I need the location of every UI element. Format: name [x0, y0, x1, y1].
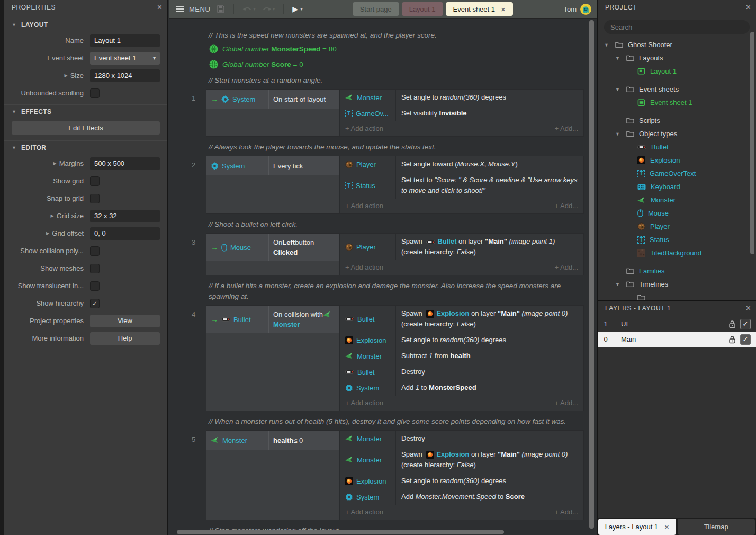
condition-text[interactable]: Every tick	[268, 156, 339, 175]
action-text[interactable]: Add Monster.Movement.Speed to Score	[395, 489, 583, 505]
show-collision-poly-checkbox[interactable]	[90, 246, 100, 256]
grid-offset-input[interactable]	[90, 227, 160, 240]
event-comment[interactable]: // Shoot a bullet on left click.	[209, 219, 583, 230]
show-translucent-in-checkbox[interactable]	[90, 281, 100, 291]
project-vertical-scrollbar[interactable]	[750, 32, 754, 254]
action-object[interactable]: Bullet	[340, 306, 395, 332]
action-object[interactable]: Monster	[340, 90, 395, 105]
action-text[interactable]: Spawn Explosion on layer "Main" (image p…	[395, 306, 583, 332]
add-action-button[interactable]: + Add action	[345, 263, 383, 271]
project-tree-item-layout-1[interactable]: Layout 1	[598, 65, 756, 78]
add-button[interactable]: + Add...	[555, 399, 578, 407]
project-tree-item-monster[interactable]: Monster	[598, 193, 756, 207]
project-tree-item-bullet[interactable]: Bullet	[598, 140, 756, 154]
action-text[interactable]: Subtract 1 from health	[395, 348, 583, 364]
project-tree-item-families[interactable]: Families	[598, 264, 756, 278]
lock-icon[interactable]	[728, 320, 736, 328]
event-condition[interactable]: →BulletOn collision with Monster	[206, 306, 339, 333]
expander-icon[interactable]: ▶	[51, 213, 54, 218]
action-object[interactable]: Explosion	[340, 473, 395, 489]
section-layout[interactable]: ▼LAYOUT	[4, 18, 167, 32]
add-action-button[interactable]: + Add action	[345, 508, 383, 516]
add-action-button[interactable]: + Add action	[345, 124, 383, 132]
action-object[interactable]: TGameOv...	[340, 105, 395, 121]
show-hierarchy-checkbox[interactable]: ✓	[90, 299, 100, 308]
global-variable[interactable]: Global number Score = 0	[209, 60, 597, 69]
expander-icon[interactable]: ▶	[65, 73, 68, 78]
project-tree-item-gameovertext[interactable]: TGameOverText	[598, 167, 756, 180]
action-object[interactable]: Explosion	[340, 332, 395, 348]
action-text[interactable]: Destroy	[395, 364, 583, 380]
tab-layout-1[interactable]: Layout 1	[402, 2, 443, 16]
action-object[interactable]: Player	[340, 156, 395, 172]
event-sheet-vertical-scrollbar[interactable]	[589, 20, 594, 529]
project-tree-item-keyboard[interactable]: Keyboard	[598, 180, 756, 193]
event-action[interactable]: PlayerSpawn Bullet on layer "Main" (imag…	[340, 234, 583, 260]
project-tree-item-timelines[interactable]: ▼Timelines	[598, 278, 756, 291]
size-input[interactable]	[90, 69, 160, 82]
expander-icon[interactable]: ▼	[615, 87, 626, 92]
tab-event-sheet-1[interactable]: Event sheet 1×	[446, 2, 513, 16]
help-button[interactable]: Help	[90, 332, 160, 345]
action-object[interactable]: System	[340, 380, 395, 396]
tab-start-page[interactable]: Start page	[353, 2, 399, 16]
preview-button[interactable]: ▶ ▾	[292, 5, 302, 13]
event-action[interactable]: ExplosionSet angle to random(360) degree…	[340, 332, 583, 348]
close-icon[interactable]: ×	[157, 3, 162, 12]
event-action[interactable]: MonsterSpawn Explosion on layer "Main" (…	[340, 447, 583, 473]
margins-input[interactable]	[90, 157, 160, 170]
grid-size-input[interactable]	[90, 210, 160, 222]
event-condition[interactable]: SystemEvery tick	[206, 156, 339, 175]
event-action[interactable]: SystemAdd Monster.Movement.Speed to Scor…	[340, 489, 583, 505]
expander-icon[interactable]: ▼	[615, 56, 626, 61]
event-action[interactable]: MonsterSet angle to random(360) degrees	[340, 90, 583, 105]
condition-text[interactable]: On start of layout	[268, 90, 339, 109]
collapse-icon[interactable]: ▼	[12, 109, 16, 114]
action-text[interactable]: Set angle to random(360) degrees	[395, 473, 583, 489]
expander-icon[interactable]: ▶	[53, 161, 57, 166]
close-icon[interactable]: ×	[501, 5, 506, 14]
project-tree-item-tiledbackground[interactable]: TiledBackground	[598, 246, 756, 260]
condition-text[interactable]: On collision with Monster	[268, 306, 339, 333]
event-condition[interactable]: Monsterhealth ≤ 0	[206, 431, 339, 450]
close-icon[interactable]: ×	[746, 3, 751, 12]
global-variable[interactable]: Global number MonsterSpeed = 80	[209, 44, 597, 54]
menu-button[interactable]: MENU	[176, 5, 210, 13]
section-editor[interactable]: ▼EDITOR	[4, 140, 167, 155]
project-tree-item-event-sheet-1[interactable]: Event sheet 1	[598, 96, 756, 109]
expander-icon[interactable]: ▼	[615, 131, 626, 137]
undo-dropdown-icon[interactable]: ▾	[253, 6, 256, 12]
add-action-button[interactable]: + Add action	[345, 399, 383, 407]
event-condition[interactable]: →MouseOn Left button Clicked	[206, 234, 339, 261]
event-action[interactable]: MonsterDestroy	[340, 431, 583, 447]
project-tree-item-scripts[interactable]: Scripts	[598, 114, 756, 127]
condition-object[interactable]: →Bullet	[206, 306, 268, 333]
event-comment[interactable]: // This is the speed new monsters are sp…	[209, 30, 583, 41]
event-action[interactable]: TGameOv...Set visibility Invisible	[340, 105, 583, 121]
layer-row-ui[interactable]: 1UI✓	[598, 316, 756, 332]
edit-effects-button[interactable]: Edit Effects	[12, 121, 160, 135]
search-input[interactable]	[604, 20, 750, 34]
view-button[interactable]: View	[90, 315, 160, 327]
add-button[interactable]: + Add...	[555, 508, 578, 516]
project-tree-item-explosion[interactable]: Explosion	[598, 154, 756, 167]
action-object[interactable]: Monster	[340, 447, 395, 473]
action-text[interactable]: Set text to "Score: " & Score & newline …	[395, 172, 583, 199]
condition-object[interactable]: →System	[206, 90, 268, 109]
event-condition[interactable]: →SystemOn start of layout	[206, 90, 339, 109]
event-action[interactable]: MonsterSubtract 1 from health	[340, 348, 583, 364]
action-text[interactable]: Set angle to random(360) degrees	[395, 90, 583, 105]
preview-dropdown-icon[interactable]: ▾	[300, 6, 303, 12]
action-object[interactable]: System	[340, 489, 395, 505]
show-grid-checkbox[interactable]	[90, 176, 100, 186]
add-button[interactable]: + Add...	[555, 202, 578, 210]
close-icon[interactable]: ×	[746, 304, 751, 313]
visibility-checkbox[interactable]: ✓	[740, 319, 751, 329]
action-object[interactable]: TStatus	[340, 172, 395, 199]
action-text[interactable]: Spawn Explosion on layer "Main" (image p…	[395, 447, 583, 473]
action-object[interactable]: Bullet	[340, 364, 395, 380]
redo-button[interactable]: ▾	[262, 6, 275, 12]
project-tree-item-mouse[interactable]: Mouse	[598, 207, 756, 220]
action-text[interactable]: Add 1 to MonsterSpeed	[395, 380, 583, 396]
condition-object[interactable]: →Mouse	[206, 234, 268, 261]
